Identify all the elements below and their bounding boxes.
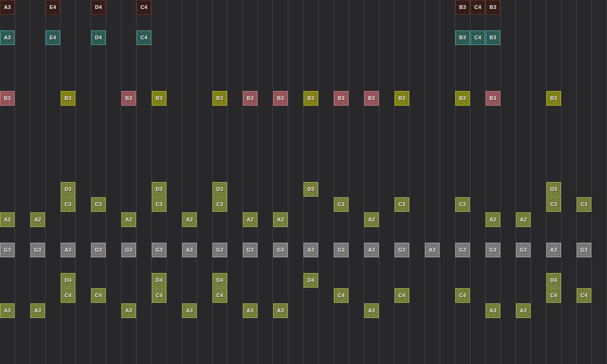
- note-block-d4-green[interactable]: D4: [61, 273, 75, 288]
- note-block-b3-yellow[interactable]: B3: [304, 91, 318, 106]
- note-block-a3-gray[interactable]: A3: [304, 243, 318, 257]
- note-block-d4-teal[interactable]: D4: [91, 30, 106, 45]
- note-block-g3-gray[interactable]: G3: [243, 243, 258, 257]
- note-block-a3-green[interactable]: A3: [516, 303, 531, 318]
- note-block-b3-rose[interactable]: B3: [0, 91, 15, 106]
- note-block-b3-yellow[interactable]: B3: [395, 91, 409, 106]
- note-label: B3: [4, 96, 10, 101]
- note-block-c3-green[interactable]: C3: [577, 197, 591, 212]
- note-block-a2-green[interactable]: A2: [182, 212, 197, 227]
- note-block-a3-gray[interactable]: A3: [61, 243, 75, 257]
- note-block-g3-gray[interactable]: G3: [0, 243, 15, 257]
- note-block-g3-gray[interactable]: G3: [486, 243, 500, 257]
- note-block-a3-green[interactable]: A3: [273, 303, 288, 318]
- note-block-d3-green[interactable]: D3: [546, 182, 561, 197]
- note-label: G3: [125, 247, 132, 253]
- note-block-c3-green[interactable]: C3: [61, 197, 75, 212]
- note-block-a3-gray[interactable]: A3: [425, 243, 440, 257]
- note-block-c4-green[interactable]: C4: [546, 288, 561, 303]
- note-grid[interactable]: A3E4D4C4B3C4B3A3E4D4C4B3C4B3B3B3B3B3B3B3…: [0, 0, 607, 364]
- note-block-b3-brown[interactable]: B3: [455, 0, 470, 15]
- note-block-a3-green[interactable]: A3: [243, 303, 258, 318]
- note-block-c4-green[interactable]: C4: [577, 288, 591, 303]
- note-block-d3-green[interactable]: D3: [304, 182, 318, 197]
- note-block-g3-gray[interactable]: G3: [334, 243, 349, 257]
- note-block-a2-green[interactable]: A2: [0, 212, 15, 227]
- note-block-g3-gray[interactable]: G3: [395, 243, 409, 257]
- note-block-c4-green[interactable]: C4: [455, 288, 470, 303]
- note-block-a2-green[interactable]: A2: [273, 212, 288, 227]
- note-block-c3-green[interactable]: C3: [212, 197, 227, 212]
- note-block-g3-gray[interactable]: G3: [273, 243, 288, 257]
- note-block-b3-brown[interactable]: B3: [486, 0, 500, 15]
- note-block-c3-green[interactable]: C3: [334, 197, 349, 212]
- note-block-c4-teal[interactable]: C4: [470, 30, 485, 45]
- note-block-a3-green[interactable]: A3: [182, 303, 197, 318]
- note-block-a3-gray[interactable]: A3: [182, 243, 197, 257]
- note-block-c3-green[interactable]: C3: [395, 197, 409, 212]
- note-block-b3-rose[interactable]: B3: [334, 91, 349, 106]
- note-block-e4-brown[interactable]: E4: [46, 0, 60, 15]
- note-block-c3-green[interactable]: C3: [152, 197, 166, 212]
- note-block-b3-teal[interactable]: B3: [455, 30, 470, 45]
- note-block-d3-green[interactable]: D3: [152, 182, 166, 197]
- note-block-b3-rose[interactable]: B3: [243, 91, 258, 106]
- note-block-a2-green[interactable]: A2: [364, 212, 379, 227]
- note-block-e4-teal[interactable]: E4: [46, 30, 60, 45]
- note-block-c4-green[interactable]: C4: [395, 288, 409, 303]
- note-block-a2-green[interactable]: A2: [243, 212, 258, 227]
- note-block-d4-green[interactable]: D4: [212, 273, 227, 288]
- note-block-a3-gray[interactable]: A3: [546, 243, 561, 257]
- note-block-a2-green[interactable]: A2: [516, 212, 531, 227]
- note-block-g3-gray[interactable]: G3: [455, 243, 470, 257]
- note-block-c4-teal[interactable]: C4: [137, 30, 151, 45]
- note-block-g3-gray[interactable]: G3: [121, 243, 136, 257]
- note-block-a3-teal[interactable]: A3: [0, 30, 15, 45]
- note-block-b3-yellow[interactable]: B3: [212, 91, 227, 106]
- note-block-c3-green[interactable]: C3: [455, 197, 470, 212]
- note-block-c4-green[interactable]: C4: [152, 288, 166, 303]
- note-block-d4-green[interactable]: D4: [304, 273, 318, 288]
- note-block-b3-rose[interactable]: B3: [486, 91, 500, 106]
- note-block-b3-rose[interactable]: B3: [364, 91, 379, 106]
- note-block-c3-green[interactable]: C3: [91, 197, 106, 212]
- note-block-a3-green[interactable]: A3: [486, 303, 500, 318]
- note-block-c4-brown[interactable]: C4: [137, 0, 151, 15]
- note-label: B3: [489, 5, 496, 10]
- note-block-a2-green[interactable]: A2: [121, 212, 136, 227]
- note-block-g3-gray[interactable]: G3: [152, 243, 166, 257]
- note-block-a3-green[interactable]: A3: [364, 303, 379, 318]
- note-block-a3-green[interactable]: A3: [0, 303, 15, 318]
- note-block-a2-green[interactable]: A2: [486, 212, 500, 227]
- note-block-g3-gray[interactable]: G3: [91, 243, 106, 257]
- note-block-d3-green[interactable]: D3: [61, 182, 75, 197]
- note-block-c4-green[interactable]: C4: [91, 288, 106, 303]
- note-label: C3: [398, 202, 405, 207]
- note-block-b3-rose[interactable]: B3: [273, 91, 288, 106]
- note-block-a3-gray[interactable]: A3: [364, 243, 379, 257]
- note-block-g3-gray[interactable]: G3: [577, 243, 591, 257]
- note-block-b3-teal[interactable]: B3: [486, 30, 500, 45]
- note-block-b3-yellow[interactable]: B3: [61, 91, 75, 106]
- note-block-c3-green[interactable]: C3: [546, 197, 561, 212]
- note-block-d3-green[interactable]: D3: [212, 182, 227, 197]
- note-block-c4-green[interactable]: C4: [334, 288, 349, 303]
- note-block-d4-green[interactable]: D4: [152, 273, 166, 288]
- note-block-g3-gray[interactable]: G3: [30, 243, 45, 257]
- note-block-b3-yellow[interactable]: B3: [152, 91, 166, 106]
- note-block-b3-rose[interactable]: B3: [121, 91, 136, 106]
- note-block-g3-gray[interactable]: G3: [212, 243, 227, 257]
- note-block-a2-green[interactable]: A2: [30, 212, 45, 227]
- note-block-c4-green[interactable]: C4: [212, 288, 227, 303]
- note-block-d4-green[interactable]: D4: [546, 273, 561, 288]
- note-block-a3-brown[interactable]: A3: [0, 0, 15, 15]
- note-block-b3-yellow[interactable]: B3: [546, 91, 561, 106]
- note-block-g3-gray[interactable]: G3: [516, 243, 531, 257]
- note-label: C3: [580, 202, 587, 207]
- note-block-a3-green[interactable]: A3: [30, 303, 45, 318]
- note-block-c4-green[interactable]: C4: [61, 288, 75, 303]
- note-block-c4-brown[interactable]: C4: [470, 0, 485, 15]
- note-block-a3-green[interactable]: A3: [121, 303, 136, 318]
- note-block-b3-yellow[interactable]: B3: [455, 91, 470, 106]
- note-block-d4-brown[interactable]: D4: [91, 0, 106, 15]
